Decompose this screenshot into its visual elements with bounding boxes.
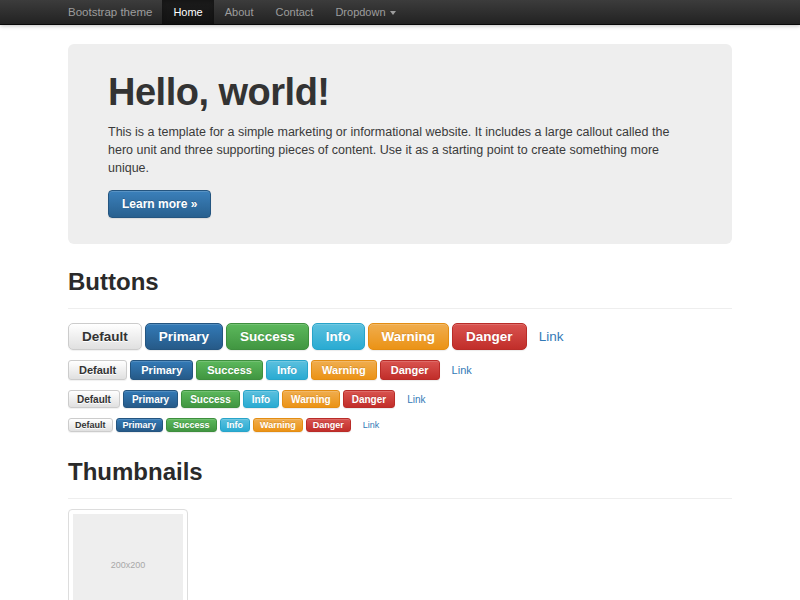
caret-down-icon [390,11,396,15]
link-button-small[interactable]: Link [407,394,425,405]
warning-button-large[interactable]: Warning [368,323,450,350]
nav-item: Dropdown [324,0,406,24]
button-row-default: DefaultPrimarySuccessInfoWarningDangerLi… [68,360,732,380]
default-button-xsmall[interactable]: Default [68,418,113,432]
thumbnails-section-heading: Thumbnails [68,458,732,499]
navbar-menu: HomeAboutContactDropdown [162,0,406,24]
info-button-default[interactable]: Info [266,360,308,380]
primary-button-xsmall[interactable]: Primary [116,418,164,432]
navbar-brand[interactable]: Bootstrap theme [68,0,152,24]
primary-button-large[interactable]: Primary [145,323,223,350]
nav-item: Home [162,0,213,24]
link-button-default[interactable]: Link [452,364,472,376]
nav-item-about[interactable]: About [214,0,265,24]
learn-more-button[interactable]: Learn more » [108,190,211,218]
danger-button-default[interactable]: Danger [380,360,440,380]
primary-button-default[interactable]: Primary [130,360,193,380]
nav-item: Contact [264,0,324,24]
danger-button-large[interactable]: Danger [452,323,527,350]
default-button-default[interactable]: Default [68,360,127,380]
button-rows: DefaultPrimarySuccessInfoWarningDangerLi… [68,323,732,432]
thumbnail-placeholder-image: 200x200 [73,514,183,600]
warning-button-small[interactable]: Warning [282,390,340,408]
warning-button-xsmall[interactable]: Warning [253,418,303,432]
button-row-xsmall: DefaultPrimarySuccessInfoWarningDangerLi… [68,418,732,432]
page-container: Hello, world! This is a template for a s… [68,0,732,600]
success-button-large[interactable]: Success [226,323,309,350]
nav-item-home[interactable]: Home [162,0,213,24]
danger-button-xsmall[interactable]: Danger [306,418,351,432]
danger-button-small[interactable]: Danger [343,390,395,408]
nav-item-dropdown[interactable]: Dropdown [324,0,406,24]
link-button-xsmall[interactable]: Link [363,420,380,430]
navbar: Bootstrap theme HomeAboutContactDropdown [0,0,800,25]
success-button-xsmall[interactable]: Success [166,418,217,432]
button-row-large: DefaultPrimarySuccessInfoWarningDangerLi… [68,323,732,350]
nav-item-contact[interactable]: Contact [264,0,324,24]
info-button-small[interactable]: Info [243,390,279,408]
thumbnail[interactable]: 200x200 [68,509,188,600]
default-button-large[interactable]: Default [68,323,142,350]
info-button-large[interactable]: Info [312,323,365,350]
hero-description: This is a template for a simple marketin… [108,123,688,177]
hero-unit: Hello, world! This is a template for a s… [68,44,732,244]
button-row-small: DefaultPrimarySuccessInfoWarningDangerLi… [68,390,732,408]
success-button-small[interactable]: Success [181,390,240,408]
nav-item: About [214,0,265,24]
buttons-section-heading: Buttons [68,268,732,309]
link-button-large[interactable]: Link [539,329,564,344]
default-button-small[interactable]: Default [68,390,120,408]
primary-button-small[interactable]: Primary [123,390,178,408]
success-button-default[interactable]: Success [196,360,263,380]
warning-button-default[interactable]: Warning [311,360,377,380]
hero-title: Hello, world! [108,71,692,114]
info-button-xsmall[interactable]: Info [220,418,251,432]
